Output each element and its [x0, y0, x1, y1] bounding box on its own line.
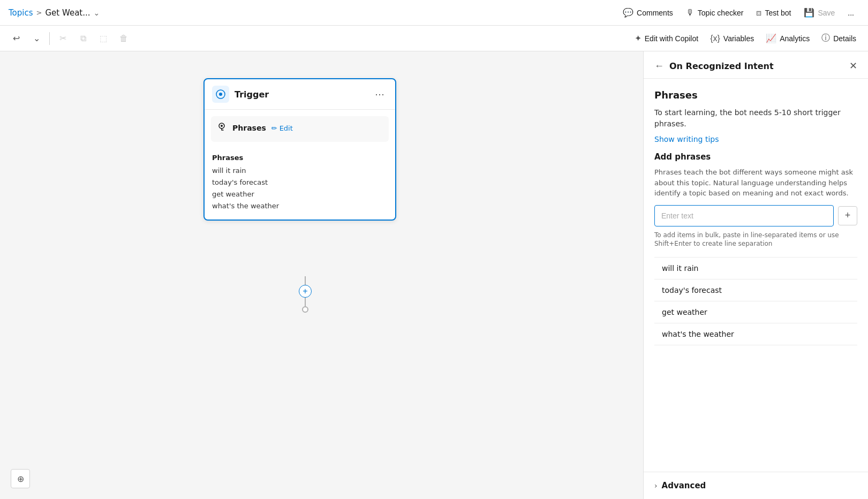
canvas-phrase-item: today's forecast [212, 177, 388, 188]
trigger-header: Trigger ⋯ [205, 79, 395, 110]
topic-checker-button[interactable]: 🎙 Topic checker [681, 5, 749, 21]
copilot-icon: ✦ [635, 33, 641, 43]
connector-end-node [302, 306, 308, 313]
list-item[interactable]: today's forecast [654, 279, 857, 301]
list-item[interactable]: get weather [654, 301, 857, 323]
history-chevron-icon: ⌄ [33, 33, 40, 43]
paste-icon: ⬚ [100, 34, 107, 43]
trigger-menu-button[interactable]: ⋯ [372, 87, 388, 101]
history-chevron-button[interactable]: ⌄ [27, 29, 46, 48]
cut-button[interactable]: ✂ [53, 29, 72, 48]
toolbar-left: ↩ ⌄ ✂ ⧉ ⬚ 🗑 [6, 29, 628, 48]
add-node-button[interactable]: + [299, 285, 312, 298]
breadcrumb: Topics > Get Weat... ⌄ [9, 8, 613, 18]
save-icon: 💾 [804, 7, 814, 18]
panel-title: On Recognized Intent [669, 61, 844, 71]
top-nav-right: 💬 Comments 🎙 Topic checker ⧈ Test bot 💾 … [617, 4, 859, 21]
list-item[interactable]: will it rain [654, 257, 857, 279]
variables-icon: {x} [710, 34, 720, 43]
paste-button[interactable]: ⬚ [94, 29, 113, 48]
advanced-chevron-icon: › [654, 481, 658, 490]
connector-line-bottom [305, 298, 306, 306]
save-button[interactable]: 💾 Save [798, 4, 840, 21]
trigger-title: Trigger [235, 89, 366, 100]
zoom-button[interactable]: ⊕ [11, 469, 30, 488]
panel-description: To start learning, the bot needs 5-10 sh… [654, 107, 857, 130]
phrases-edit-link[interactable]: ✏ Edit [271, 124, 293, 132]
analytics-icon: 📈 [766, 33, 776, 43]
zoom-icon: ⊕ [17, 474, 24, 484]
svg-point-3 [221, 125, 223, 127]
add-phrases-description: Phrases teach the bot different ways som… [654, 167, 857, 199]
edit-with-copilot-button[interactable]: ✦ Edit with Copilot [629, 30, 704, 47]
variables-label: Variables [723, 34, 754, 43]
canvas-phrase-item: what's the weather [212, 200, 388, 212]
svg-point-1 [219, 93, 222, 96]
test-bot-label: Test bot [765, 9, 791, 17]
canvas[interactable]: Trigger ⋯ Phrases ✏ Edit [0, 51, 643, 499]
canvas-phrase-list: will it raintoday's forecastget weatherw… [212, 165, 388, 212]
list-item[interactable]: what's the weather [654, 323, 857, 345]
back-arrow-icon: ← [654, 61, 664, 72]
analytics-label: Analytics [780, 34, 810, 43]
panel-body: Phrases To start learning, the bot needs… [644, 79, 868, 472]
test-bot-button[interactable]: ⧈ Test bot [751, 5, 796, 21]
toolbar: ↩ ⌄ ✂ ⧉ ⬚ 🗑 ✦ Edit with Copilot {x} Vari… [0, 26, 868, 51]
topic-checker-icon: 🎙 [686, 8, 695, 18]
copy-icon: ⧉ [80, 34, 86, 43]
breadcrumb-topics-link[interactable]: Topics [9, 8, 33, 18]
advanced-section[interactable]: › Advanced [644, 472, 868, 499]
panel-close-button[interactable]: ✕ [849, 60, 857, 72]
add-phrase-button[interactable]: + [838, 206, 857, 225]
topic-checker-label: Topic checker [698, 9, 744, 17]
trigger-card: Trigger ⋯ Phrases ✏ Edit [203, 78, 396, 221]
toolbar-separator-1 [49, 32, 50, 45]
main-area: Trigger ⋯ Phrases ✏ Edit [0, 51, 868, 499]
top-nav: Topics > Get Weat... ⌄ 💬 Comments 🎙 Topi… [0, 0, 868, 26]
advanced-label: Advanced [662, 481, 706, 490]
comments-label: Comments [637, 9, 673, 17]
breadcrumb-separator: > [36, 9, 42, 17]
connector-line-top [305, 276, 306, 285]
details-label: Details [833, 34, 856, 43]
phrases-block: Phrases ✏ Edit [211, 116, 389, 142]
details-icon: ⓘ [821, 33, 830, 44]
analytics-button[interactable]: 📈 Analytics [760, 30, 815, 47]
phrases-icon [217, 122, 228, 134]
breadcrumb-chevron-icon[interactable]: ⌄ [94, 9, 100, 17]
edit-pencil-icon: ✏ [271, 124, 277, 132]
phrase-input[interactable] [654, 205, 834, 226]
connector: + [299, 276, 312, 313]
canvas-phrase-item: get weather [212, 188, 388, 200]
delete-icon: 🗑 [119, 34, 128, 43]
right-panel: ← On Recognized Intent ✕ Phrases To star… [643, 51, 868, 499]
close-icon: ✕ [849, 60, 857, 72]
breadcrumb-current: Get Weat... [45, 8, 90, 18]
phrases-label: Phrases [232, 124, 266, 132]
comments-icon: 💬 [623, 7, 633, 18]
cut-icon: ✂ [59, 33, 66, 43]
panel-back-button[interactable]: ← [654, 61, 664, 72]
more-icon: ... [848, 9, 854, 17]
more-button[interactable]: ... [842, 5, 859, 20]
test-bot-icon: ⧈ [756, 8, 761, 18]
add-phrase-icon: + [845, 210, 851, 221]
save-label: Save [818, 9, 835, 17]
copy-button[interactable]: ⧉ [73, 29, 93, 48]
canvas-phrase-item: will it rain [212, 165, 388, 177]
toolbar-right: ✦ Edit with Copilot {x} Variables 📈 Anal… [629, 29, 862, 47]
comments-button[interactable]: 💬 Comments [617, 4, 678, 21]
details-button[interactable]: ⓘ Details [816, 29, 862, 47]
trigger-icon [212, 86, 229, 103]
edit-label: Edit [280, 124, 293, 132]
variables-button[interactable]: {x} Variables [705, 31, 759, 47]
undo-button[interactable]: ↩ [6, 29, 26, 48]
phrases-list-title: Phrases [212, 154, 388, 162]
input-hint: To add items in bulk, paste in line-sepa… [654, 231, 857, 249]
writing-tips-link[interactable]: Show writing tips [654, 135, 857, 143]
panel-header: ← On Recognized Intent ✕ [644, 51, 868, 79]
edit-copilot-label: Edit with Copilot [645, 34, 698, 43]
add-phrases-title: Add phrases [654, 152, 857, 162]
delete-button[interactable]: 🗑 [114, 29, 133, 48]
undo-icon: ↩ [13, 33, 20, 43]
